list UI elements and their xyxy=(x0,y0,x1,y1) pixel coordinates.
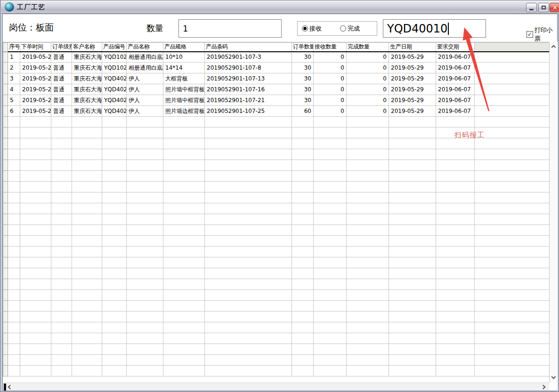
maximize-button[interactable] xyxy=(538,3,549,12)
table-cell[interactable]: 14*14 xyxy=(163,63,205,73)
table-cell[interactable]: 6 xyxy=(8,106,20,117)
table-cell[interactable]: 30 xyxy=(292,73,314,84)
scroll-right-button[interactable] xyxy=(542,385,545,389)
row-selector[interactable] xyxy=(3,73,8,84)
table-cell[interactable]: 2019-05-28 xyxy=(20,73,51,84)
table-cell[interactable]: 0 xyxy=(347,63,389,73)
column-header[interactable]: 订单级别 xyxy=(51,43,72,52)
table-cell[interactable]: 0 xyxy=(314,73,347,84)
row-selector[interactable] xyxy=(3,106,8,117)
table-cell[interactable]: 2019-06-07 xyxy=(436,84,475,95)
table-cell[interactable]: 重庆石大海 xyxy=(72,63,102,73)
table-cell[interactable]: 0 xyxy=(314,106,347,117)
table-cell[interactable]: 0 xyxy=(314,84,347,95)
table-cell[interactable]: 普通 xyxy=(51,84,72,95)
table-cell[interactable]: 2019-05-29 xyxy=(389,106,436,117)
column-header[interactable]: 产品规格 xyxy=(163,43,205,52)
column-header[interactable]: 客户名称 xyxy=(72,43,102,52)
table-cell[interactable]: 5 xyxy=(8,95,20,106)
table-cell[interactable]: YQD10277 xyxy=(102,52,127,63)
table-cell[interactable]: 2 xyxy=(8,63,20,73)
table-cell[interactable]: YQD40213 xyxy=(102,95,127,106)
horizontal-scrollbar[interactable] xyxy=(3,383,549,391)
table-cell[interactable]: 普通 xyxy=(51,95,72,106)
quantity-input[interactable]: 1 xyxy=(178,19,282,38)
table-cell[interactable]: 相册通用白底板 xyxy=(127,63,163,73)
table-cell[interactable]: 重庆石大海 xyxy=(72,84,102,95)
table-cell[interactable]: 2019052901-107-21 xyxy=(205,95,292,106)
row-selector[interactable] xyxy=(3,84,8,95)
table-cell[interactable]: 2019-05-29 xyxy=(389,84,436,95)
table-cell[interactable]: 2019-06-07 xyxy=(436,63,475,73)
table-cell[interactable]: 普通 xyxy=(51,106,72,117)
column-header[interactable]: 要求交期 xyxy=(436,43,475,52)
column-header[interactable]: 产品条码 xyxy=(205,43,292,52)
table-cell[interactable]: 2019052901-107-8 xyxy=(205,63,292,73)
table-cell[interactable]: 重庆石大海 xyxy=(72,73,102,84)
titlebar[interactable]: 工厂工艺 ✕ xyxy=(1,0,559,14)
table-cell[interactable]: 2019-05-28 xyxy=(20,52,51,63)
row-selector[interactable] xyxy=(3,63,8,73)
table-cell[interactable]: 伊人 xyxy=(127,73,163,84)
table-cell[interactable]: 2019-06-07 xyxy=(436,52,475,63)
table-cell[interactable]: 60 xyxy=(292,106,314,117)
table-cell[interactable]: 2019-06-07 xyxy=(436,95,475,106)
table-cell[interactable]: YQD40214 xyxy=(102,106,127,117)
table-cell[interactable]: 2019052901-107-16 xyxy=(205,84,292,95)
hscroll-thumb[interactable] xyxy=(4,384,6,391)
column-header[interactable]: 生产日期 xyxy=(389,43,436,52)
table-cell[interactable]: 普通 xyxy=(51,73,72,84)
column-header[interactable]: 接收数量 xyxy=(314,43,347,52)
table-cell[interactable]: 30 xyxy=(292,95,314,106)
table-cell[interactable]: 伊人 xyxy=(127,106,163,117)
minimize-button[interactable] xyxy=(526,3,537,12)
table-cell[interactable]: 2019-05-29 xyxy=(389,63,436,73)
corner-header-cell[interactable] xyxy=(3,43,8,52)
table-cell[interactable]: 0 xyxy=(347,95,389,106)
table-cell[interactable]: 3 xyxy=(8,73,20,84)
table-cell[interactable]: 30 xyxy=(292,63,314,73)
table-cell[interactable]: 伊人 xyxy=(127,84,163,95)
table-cell[interactable]: 2019052901-107-25 xyxy=(205,106,292,117)
table-cell[interactable]: 2019052901-107-3 xyxy=(205,52,292,63)
table-cell[interactable]: 照片墙边框背板 xyxy=(163,106,205,117)
close-button[interactable]: ✕ xyxy=(550,3,559,12)
table-cell[interactable]: 相册通用白底板 xyxy=(127,52,163,63)
column-header[interactable]: 产品编号 xyxy=(102,43,127,52)
table-cell[interactable]: YQD40212 xyxy=(102,73,127,84)
table-cell[interactable]: 2019-05-29 xyxy=(389,52,436,63)
table-cell[interactable]: 重庆石大海 xyxy=(72,52,102,63)
column-header[interactable]: 订单数量 xyxy=(292,43,314,52)
table-cell[interactable]: 伊人 xyxy=(127,95,163,106)
table-cell[interactable]: 重庆石大海 xyxy=(72,95,102,106)
table-cell[interactable]: 30 xyxy=(292,84,314,95)
scroll-up-button[interactable] xyxy=(552,46,556,49)
table-cell[interactable]: 普通 xyxy=(51,52,72,63)
table-cell[interactable]: 0 xyxy=(347,106,389,117)
column-header[interactable]: 序号 xyxy=(8,43,20,52)
table-cell[interactable]: 2019-05-28 xyxy=(20,63,51,73)
column-header[interactable]: 产品名称 xyxy=(127,43,163,52)
row-selector[interactable] xyxy=(3,52,8,63)
table-cell[interactable]: 重庆石大海 xyxy=(72,106,102,117)
table-cell[interactable]: 2019-05-28 xyxy=(20,84,51,95)
print-receipt-checkbox[interactable]: ✓ 打印小票 xyxy=(527,26,559,43)
table-cell[interactable]: 大框背板 xyxy=(163,73,205,84)
table-cell[interactable]: 2019-05-29 xyxy=(389,95,436,106)
receive-radio[interactable]: 接收 xyxy=(302,24,336,33)
table-cell[interactable]: 0 xyxy=(347,73,389,84)
column-header[interactable]: 完成数量 xyxy=(347,43,389,52)
scroll-down-button[interactable] xyxy=(552,375,556,379)
vertical-scrollbar[interactable] xyxy=(549,42,558,383)
table-cell[interactable]: 0 xyxy=(314,52,347,63)
table-cell[interactable]: 0 xyxy=(347,84,389,95)
complete-radio[interactable]: 完成 xyxy=(340,24,374,33)
table-cell[interactable]: 照片墙中框背板 xyxy=(163,95,205,106)
row-selector[interactable] xyxy=(3,95,8,106)
column-header[interactable]: 下单时间 xyxy=(20,43,51,52)
scroll-left-button[interactable] xyxy=(8,385,12,389)
table-cell[interactable]: YQD40213 xyxy=(102,84,127,95)
table-cell[interactable]: 2019-06-07 xyxy=(436,106,475,117)
table-cell[interactable]: 4 xyxy=(8,84,20,95)
table-cell[interactable]: 0 xyxy=(347,52,389,63)
